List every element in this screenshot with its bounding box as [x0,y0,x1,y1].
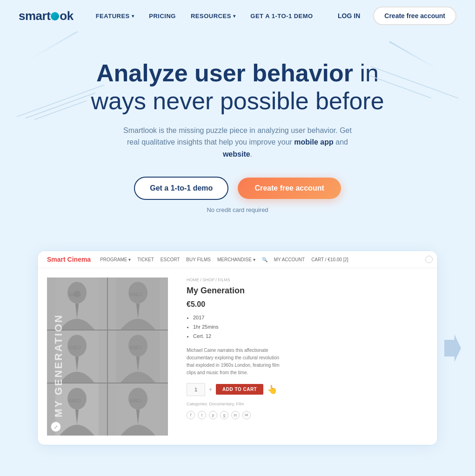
chevron-down-icon: ▾ [132,13,134,19]
deco-lines-right [368,78,461,91]
grid-cell-2 [108,278,168,330]
social-share-icons: f t p g in ✉ [187,411,428,419]
film-breadcrumb: HOME / SHOP / FILMS [187,278,428,282]
twitter-icon[interactable]: t [198,411,206,419]
nav-right: LOG IN Create free account [338,7,456,25]
film-description: Michael Caine narrates this affectionate… [187,347,280,377]
cinema-body: MY GENERATION ⤢ HOME / SHOP / FILMS My G… [38,268,437,445]
hero-buttons: Get a 1-to-1 demo Create free account [19,177,456,200]
svg-point-22 [67,388,87,410]
demo-button[interactable]: Get a 1-to-1 demo [134,177,228,200]
nav-pricing[interactable]: PRICING [149,13,176,20]
nav-login-button[interactable]: LOG IN [338,12,360,20]
no-credit-card-text: No credit card required [19,206,456,213]
hero-subtitle: Smartlook is the missing puzzle piece in… [117,125,359,160]
add-to-cart-row: 1 + ADD TO CART 👆 [187,383,428,396]
cinema-nav-links: PROGRAME ▾ TICKET ESCORT BUY FILMS MERCH… [100,257,428,262]
email-icon[interactable]: ✉ [242,411,251,419]
grid-cell-4 [108,331,168,383]
film-duration: 1hr 25mins [193,323,428,332]
facebook-icon[interactable]: f [187,411,195,419]
svg-point-27 [128,388,147,410]
logo[interactable]: smartok [19,9,74,23]
image-grid-inner [47,278,168,436]
linkedin-icon[interactable]: in [231,411,240,419]
svg-point-17 [128,335,147,357]
film-meta: 2017 1hr 25mins Cert. 12 [187,313,428,341]
add-to-cart-button[interactable]: ADD TO CART [216,384,263,395]
film-price: €5.00 [187,300,428,309]
svg-point-12 [67,335,87,357]
nav-create-account-button[interactable]: Create free account [373,7,456,25]
film-image-grid: MY GENERATION ⤢ [47,278,168,436]
chevron-down-icon-2: ▾ [233,13,236,19]
hand-cursor-icon: 👆 [267,384,277,395]
nav-features[interactable]: FEATURES ▾ [96,13,134,20]
create-account-button[interactable]: Create free account [238,178,341,199]
film-cert: Cert. 12 [193,332,428,341]
film-year: 2017 [193,313,428,323]
next-arrow-icon[interactable] [444,334,461,362]
film-vertical-label: MY GENERATION [53,314,65,417]
svg-point-2 [74,291,80,298]
nav-demo[interactable]: GET A 1-TO-1 DEMO [250,13,313,20]
plus-symbol: + [209,386,212,393]
nav-resources[interactable]: RESOURCES ▾ [191,13,235,20]
mockup-container: Smart Cinema PROGRAME ▾ TICKET ESCORT BU… [19,251,456,445]
cinema-logo: Smart Cinema [47,256,91,263]
hero-section: Analyze user behavior inways never possi… [0,32,475,237]
navbar: smartok FEATURES ▾ PRICING RESOURCES ▾ G… [0,0,475,32]
google-icon[interactable]: g [220,411,228,419]
grid-cell-6 [108,383,168,436]
film-detail: HOME / SHOP / FILMS My Generation €5.00 … [177,268,437,445]
film-categories: Categories: Documentary, Film [187,402,428,406]
quantity-box[interactable]: 1 [187,383,205,396]
deco-lines-left [14,97,107,114]
cinema-navbar: Smart Cinema PROGRAME ▾ TICKET ESCORT BU… [38,251,437,268]
pinterest-icon[interactable]: p [209,411,217,419]
svg-point-7 [128,282,147,304]
mockup-browser: Smart Cinema PROGRAME ▾ TICKET ESCORT BU… [37,251,438,445]
nav-links: FEATURES ▾ PRICING RESOURCES ▾ GET A 1-T… [96,13,338,20]
film-title: My Generation [187,286,428,296]
